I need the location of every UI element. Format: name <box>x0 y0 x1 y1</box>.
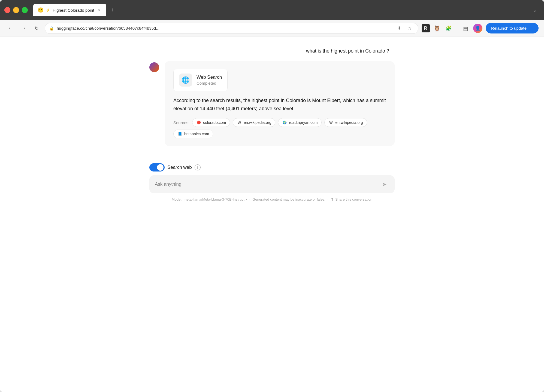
puzzle-extension-icon[interactable]: 🧩 <box>445 24 453 32</box>
nav-bar: ← → ↻ 🔒 huggingface.co/chat/conversation… <box>0 20 544 36</box>
source-chip-wikipedia-1[interactable]: W en.wikipedia.org <box>233 118 275 127</box>
maximize-button[interactable] <box>22 7 28 13</box>
send-button[interactable]: ➤ <box>379 179 389 189</box>
ask-input[interactable] <box>155 182 376 187</box>
search-toggle-row: Search web i <box>149 163 395 171</box>
ai-response-content: 🌐 Web Search Completed According to the … <box>165 61 395 146</box>
model-selector[interactable]: Model: meta-llama/Meta-Llama-3-70B-Instr… <box>172 197 247 201</box>
user-avatar[interactable]: 👤 <box>473 24 482 33</box>
sidebar-toggle-button[interactable]: ▤ <box>462 24 470 32</box>
roadtrip-favicon: 🌍 <box>282 120 287 125</box>
tab-bar: 😐 ⚡ Highest Colorado point × + <box>33 4 527 16</box>
new-tab-button[interactable]: + <box>107 5 117 15</box>
owl-extension-icon[interactable]: 🦉 <box>433 24 441 32</box>
bottom-section: Search web i ➤ Model: meta-llama/Meta-Ll… <box>149 152 395 201</box>
web-search-info: Web Search Completed <box>197 75 222 85</box>
share-text: Share this conversation <box>335 197 372 201</box>
ai-response: 🌐 Web Search Completed According to the … <box>149 61 395 146</box>
url-actions: ⬇ ☆ <box>395 24 414 32</box>
back-button[interactable]: ← <box>5 23 15 33</box>
footer: Model: meta-llama/Meta-Llama-3-70B-Instr… <box>149 197 395 201</box>
chat-container: what is the highest point in Colorado ? … <box>149 47 395 201</box>
input-bar[interactable]: ➤ <box>149 175 395 193</box>
source-chip-wikipedia-2[interactable]: W en.wikipedia.org <box>324 118 367 127</box>
web-search-status: Completed <box>197 81 222 85</box>
tab-close-button[interactable]: × <box>96 7 102 13</box>
relaunch-menu-icon: ⋮ <box>529 26 533 31</box>
info-icon[interactable]: i <box>195 164 201 170</box>
web-search-title: Web Search <box>197 75 222 80</box>
url-bar[interactable]: 🔒 huggingface.co/chat/conversation/66584… <box>45 23 418 34</box>
title-bar: 😐 ⚡ Highest Colorado point × + ⌄ <box>0 0 544 20</box>
active-tab[interactable]: 😐 ⚡ Highest Colorado point × <box>33 4 106 16</box>
web-search-globe-icon: 🌐 <box>179 74 192 87</box>
sources-row: Sources: 🔴 colorado.com W en.wikipedia.o… <box>173 118 386 138</box>
search-web-toggle[interactable] <box>149 163 165 171</box>
ai-avatar <box>149 62 159 72</box>
traffic-lights <box>4 7 28 13</box>
forward-button[interactable]: → <box>19 23 28 33</box>
send-icon: ➤ <box>382 181 387 188</box>
source-chip-roadtrip[interactable]: 🌍 roadtripryan.com <box>278 118 322 127</box>
url-text: huggingface.co/chat/conversation/6658440… <box>57 26 392 30</box>
browser-window: 😐 ⚡ Highest Colorado point × + ⌄ ← → ↻ 🔒… <box>0 0 544 392</box>
source-name-wikipedia-2: en.wikipedia.org <box>335 120 363 125</box>
toggle-label: Search web <box>167 165 192 170</box>
model-dropdown-icon: ▾ <box>246 198 247 201</box>
page-content: what is the highest point in Colorado ? … <box>0 36 544 392</box>
source-name-roadtrip: roadtripryan.com <box>289 120 318 125</box>
user-message-text: what is the highest point in Colorado ? <box>306 47 389 55</box>
r-extension-icon[interactable]: R <box>422 24 430 32</box>
refresh-button[interactable]: ↻ <box>32 23 41 33</box>
model-label: Model: <box>172 197 182 201</box>
wikipedia1-favicon: W <box>237 120 242 125</box>
chevron-down-icon[interactable]: ⌄ <box>530 5 540 15</box>
colorado-favicon: 🔴 <box>196 120 201 125</box>
source-name-britannica: britannica.com <box>184 132 209 136</box>
web-search-card[interactable]: 🌐 Web Search Completed <box>173 69 228 91</box>
source-chip-britannica[interactable]: 📘 britannica.com <box>173 130 213 138</box>
close-button[interactable] <box>4 7 10 13</box>
toggle-knob <box>157 164 164 171</box>
share-icon: ⬆ <box>331 197 334 201</box>
sources-label: Sources: <box>173 120 189 125</box>
footer-separator-1: · <box>249 197 250 201</box>
minimize-button[interactable] <box>13 7 19 13</box>
model-name: meta-llama/Meta-Llama-3-70B-Instruct <box>184 197 244 201</box>
bookmark-icon[interactable]: ☆ <box>406 24 414 32</box>
tab-title: Highest Colorado point <box>53 8 94 13</box>
footer-separator-2: · <box>328 197 329 201</box>
tab-lightning-icon: ⚡ <box>46 8 50 12</box>
source-chip-colorado[interactable]: 🔴 colorado.com <box>192 118 230 127</box>
relaunch-button[interactable]: Relaunch to update ⋮ <box>486 23 539 33</box>
nav-divider <box>457 24 457 32</box>
relaunch-label: Relaunch to update <box>491 26 527 30</box>
britannica-favicon: 📘 <box>177 131 182 136</box>
wikipedia2-favicon: W <box>328 120 333 125</box>
footer-disclaimer: Generated content may be inaccurate or f… <box>252 197 325 201</box>
response-text: According to the search results, the hig… <box>173 97 386 113</box>
download-icon[interactable]: ⬇ <box>395 24 403 32</box>
share-conversation-button[interactable]: ⬆ Share this conversation <box>331 197 372 201</box>
user-message: what is the highest point in Colorado ? <box>149 47 395 55</box>
tab-emoji-icon: 😐 <box>38 7 44 13</box>
source-name-colorado: colorado.com <box>203 120 226 125</box>
security-icon: 🔒 <box>49 26 54 30</box>
source-name-wikipedia-1: en.wikipedia.org <box>244 120 271 125</box>
